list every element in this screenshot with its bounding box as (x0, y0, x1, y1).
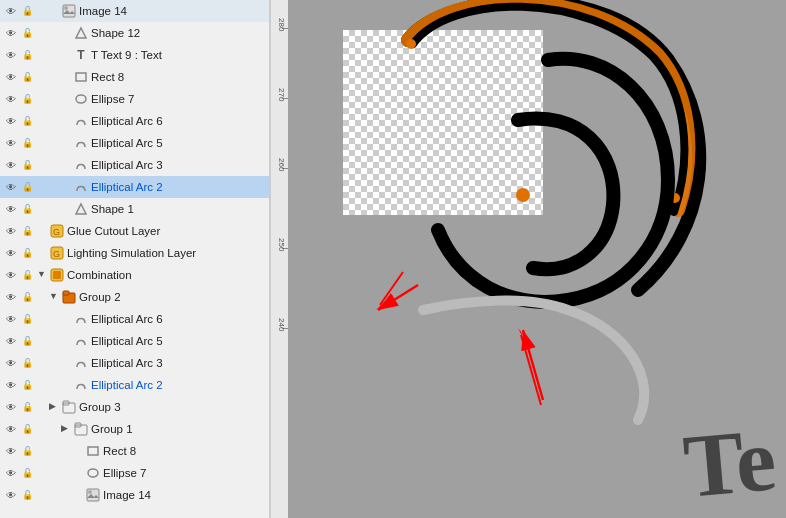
expand-arrow (73, 489, 85, 501)
eye-icon[interactable]: 👁 (4, 114, 18, 128)
lock-icon[interactable]: 🔓 (20, 400, 34, 414)
layer-item[interactable]: 👁🔓Shape 12 (0, 22, 269, 44)
lock-icon[interactable]: 🔓 (20, 334, 34, 348)
eye-icon[interactable]: 👁 (4, 444, 18, 458)
lock-icon[interactable]: 🔓 (20, 136, 34, 150)
lock-icon[interactable]: 🔓 (20, 92, 34, 106)
eye-icon[interactable]: 👁 (4, 466, 18, 480)
lock-icon[interactable]: 🔓 (20, 466, 34, 480)
layer-item[interactable]: 👁🔓TT Text 9 : Text (0, 44, 269, 66)
layer-type-icon (73, 157, 89, 173)
layer-item[interactable]: 👁🔓Elliptical Arc 3 (0, 352, 269, 374)
eye-icon[interactable]: 👁 (4, 202, 18, 216)
layer-item[interactable]: 👁🔓Image 14 (0, 484, 269, 506)
layer-item[interactable]: 👁🔓Shape 1 (0, 198, 269, 220)
layer-type-icon (73, 355, 89, 371)
layer-name: Group 2 (79, 291, 121, 303)
layer-type-icon (73, 311, 89, 327)
layer-type-icon (49, 267, 65, 283)
eye-icon[interactable]: 👁 (4, 334, 18, 348)
eye-icon[interactable]: 👁 (4, 158, 18, 172)
eye-icon[interactable]: 👁 (4, 92, 18, 106)
eye-icon[interactable]: 👁 (4, 136, 18, 150)
lock-icon[interactable]: 🔓 (20, 158, 34, 172)
layer-name: Combination (67, 269, 132, 281)
layer-item[interactable]: 👁🔓Elliptical Arc 2 (0, 374, 269, 396)
ruler-label-260: 260 (277, 158, 286, 171)
layer-item[interactable]: 👁🔓Elliptical Arc 5 (0, 132, 269, 154)
lock-icon[interactable]: 🔓 (20, 180, 34, 194)
lock-icon[interactable]: 🔓 (20, 290, 34, 304)
lock-icon[interactable]: 🔓 (20, 70, 34, 84)
eye-icon[interactable]: 👁 (4, 70, 18, 84)
eye-icon[interactable]: 👁 (4, 48, 18, 62)
layer-item[interactable]: 👁🔓▼Group 2 (0, 286, 269, 308)
eye-icon[interactable]: 👁 (4, 180, 18, 194)
eye-icon[interactable]: 👁 (4, 246, 18, 260)
layer-name: Shape 1 (91, 203, 134, 215)
eye-icon[interactable]: 👁 (4, 26, 18, 40)
svg-line-27 (380, 272, 403, 305)
canvas-text-label: Te (681, 414, 780, 512)
expand-arrow[interactable]: ▶ (49, 401, 61, 413)
lock-icon[interactable]: 🔓 (20, 4, 34, 18)
layer-item[interactable]: 👁🔓▼Combination (0, 264, 269, 286)
lock-icon[interactable]: 🔓 (20, 422, 34, 436)
svg-marker-30 (518, 328, 526, 340)
expand-arrow[interactable]: ▶ (61, 423, 73, 435)
lock-icon[interactable]: 🔓 (20, 488, 34, 502)
layer-name: Elliptical Arc 5 (91, 137, 163, 149)
eye-icon[interactable]: 👁 (4, 312, 18, 326)
lock-icon[interactable]: 🔓 (20, 26, 34, 40)
canvas-surface (343, 30, 543, 215)
lock-icon[interactable]: 🔓 (20, 114, 34, 128)
layer-item[interactable]: 👁🔓▶Group 1 (0, 418, 269, 440)
layer-item[interactable]: 👁🔓Elliptical Arc 5 (0, 330, 269, 352)
eye-icon[interactable]: 👁 (4, 290, 18, 304)
eye-icon[interactable]: 👁 (4, 4, 18, 18)
eye-icon[interactable]: 👁 (4, 224, 18, 238)
layer-name: Rect 8 (91, 71, 124, 83)
lock-icon[interactable]: 🔓 (20, 246, 34, 260)
eye-icon[interactable]: 👁 (4, 488, 18, 502)
layer-item[interactable]: 👁🔓Elliptical Arc 6 (0, 308, 269, 330)
lock-icon[interactable]: 🔓 (20, 202, 34, 216)
svg-rect-9 (53, 271, 61, 279)
lock-icon[interactable]: 🔓 (20, 268, 34, 282)
lock-icon[interactable]: 🔓 (20, 224, 34, 238)
lock-icon[interactable]: 🔓 (20, 48, 34, 62)
layer-name: Group 1 (91, 423, 133, 435)
eye-icon[interactable]: 👁 (4, 268, 18, 282)
svg-point-3 (76, 95, 86, 103)
layer-item[interactable]: 👁🔓GGlue Cutout Layer (0, 220, 269, 242)
lock-icon[interactable]: 🔓 (20, 356, 34, 370)
expand-arrow (61, 71, 73, 83)
expand-arrow[interactable]: ▼ (49, 291, 61, 303)
layer-item[interactable]: 👁🔓▶Group 3 (0, 396, 269, 418)
layer-item[interactable]: 👁🔓Ellipse 7 (0, 462, 269, 484)
layer-name: Group 3 (79, 401, 121, 413)
lock-icon[interactable]: 🔓 (20, 378, 34, 392)
layer-item[interactable]: 👁🔓Rect 8 (0, 440, 269, 462)
ruler-label-270: 270 (277, 88, 286, 101)
eye-icon[interactable]: 👁 (4, 422, 18, 436)
layer-item[interactable]: 👁🔓Rect 8 (0, 66, 269, 88)
expand-arrow (61, 137, 73, 149)
eye-icon[interactable]: 👁 (4, 400, 18, 414)
eye-icon[interactable]: 👁 (4, 378, 18, 392)
layer-item[interactable]: 👁🔓Image 14 (0, 0, 269, 22)
lock-icon[interactable]: 🔓 (20, 444, 34, 458)
layer-type-icon (85, 487, 101, 503)
layer-item[interactable]: 👁🔓GLighting Simulation Layer (0, 242, 269, 264)
layer-item[interactable]: 👁🔓Elliptical Arc 3 (0, 154, 269, 176)
expand-arrow (61, 379, 73, 391)
expand-arrow[interactable]: ▼ (37, 269, 49, 281)
layer-item[interactable]: 👁🔓Elliptical Arc 6 (0, 110, 269, 132)
layer-name: Ellipse 7 (91, 93, 134, 105)
layer-item[interactable]: 👁🔓Ellipse 7 (0, 88, 269, 110)
layer-item[interactable]: 👁🔓Elliptical Arc 2 (0, 176, 269, 198)
layer-type-icon (73, 113, 89, 129)
layer-name: Elliptical Arc 6 (91, 313, 163, 325)
lock-icon[interactable]: 🔓 (20, 312, 34, 326)
eye-icon[interactable]: 👁 (4, 356, 18, 370)
